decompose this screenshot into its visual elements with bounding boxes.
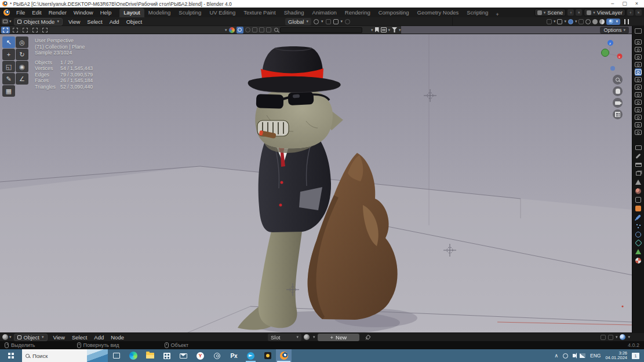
filter-active-icon[interactable] (237, 27, 243, 34)
outliner-render-toggle[interactable] (635, 76, 642, 83)
taskbar-search[interactable]: Поиск (22, 349, 108, 362)
node-overlay-icon-1[interactable] (601, 335, 606, 340)
measure-tool[interactable]: ∠ (16, 73, 28, 85)
tab-modifiers-icon[interactable] (634, 213, 643, 221)
overlays-icon[interactable] (568, 19, 573, 24)
mode-dropdown[interactable]: Object Mode ▾ (14, 18, 63, 25)
explorer-app[interactable] (141, 349, 158, 362)
add-workspace-button[interactable]: + (492, 11, 503, 17)
tab-compositing[interactable]: Compositing (374, 8, 413, 17)
menu-edit[interactable]: Edit (28, 8, 45, 17)
filter-collection-icon[interactable] (259, 27, 264, 32)
transform-orientation-dropdown[interactable]: Global ▾ (285, 18, 311, 25)
outliner-render-toggle[interactable] (635, 121, 642, 129)
outliner-render-toggle[interactable] (635, 106, 642, 114)
search-input[interactable] (280, 27, 362, 33)
tab-scripting[interactable]: Scripting (463, 8, 492, 17)
snap-magnet-icon[interactable] (326, 19, 331, 24)
close-button[interactable]: × (635, 1, 638, 6)
tab-physics-icon[interactable] (634, 230, 643, 239)
filter-render-icon[interactable] (266, 27, 271, 32)
scale-tool[interactable]: ◱ (2, 61, 15, 72)
pdf-app[interactable] (225, 349, 242, 362)
display-mode-caret[interactable]: ▾ (225, 28, 227, 32)
select-mode-subtract-icon[interactable] (21, 27, 30, 34)
telegram-app[interactable] (242, 349, 259, 362)
tab-material-icon[interactable] (634, 256, 643, 265)
viewport-menu-view[interactable]: View (65, 17, 83, 27)
filter-caret[interactable]: ▾ (371, 28, 373, 32)
language-indicator[interactable]: ENG (590, 353, 601, 359)
search-highlight-image[interactable] (87, 349, 108, 362)
zoom-button[interactable] (613, 75, 623, 85)
remove-viewlayer-button[interactable]: × (635, 9, 642, 16)
start-button[interactable] (0, 349, 22, 362)
node-menu-node[interactable]: Node (107, 332, 128, 342)
tab-data-icon[interactable] (634, 247, 643, 256)
tab-sculpting[interactable]: Sculpting (174, 8, 205, 17)
notification-button[interactable]: 1 (632, 353, 639, 359)
node-menu-add[interactable]: Add (90, 332, 107, 342)
material-browse-icon[interactable] (304, 334, 310, 340)
tab-particles-icon[interactable] (634, 221, 643, 230)
tab-render-icon[interactable] (634, 152, 643, 160)
viewport-menu-add[interactable]: Add (106, 17, 123, 27)
object-visibility-filter-icon[interactable] (547, 19, 552, 24)
volume-icon[interactable] (573, 354, 575, 357)
tab-shading[interactable]: Shading (280, 8, 308, 17)
tray-app-icon[interactable] (563, 353, 568, 359)
yandex-app[interactable] (192, 349, 209, 362)
tab-tool-icon[interactable] (634, 143, 643, 152)
shading-rendered-active[interactable]: ▾ (606, 19, 620, 25)
shading-material-icon[interactable] (599, 19, 605, 24)
proportional-editing-icon[interactable] (345, 19, 350, 24)
filter-funnel-icon[interactable] (392, 27, 397, 32)
tab-geometry-nodes[interactable]: Geometry Nodes (413, 8, 463, 17)
viewlayer-selector[interactable]: ▾ ViewLayer (584, 9, 625, 16)
snap-target-icon[interactable] (333, 19, 339, 24)
new-viewlayer-button[interactable]: ＋ (627, 9, 634, 16)
people-app[interactable] (209, 349, 225, 362)
shading-wireframe-icon[interactable] (585, 19, 591, 24)
edge-app[interactable] (125, 349, 141, 362)
tray-expand-icon[interactable]: ∧ (554, 353, 558, 359)
outliner-render-toggle-active[interactable] (635, 68, 642, 76)
tab-world-icon[interactable] (634, 187, 643, 195)
outliner-render-toggle[interactable] (635, 98, 642, 106)
shader-mode-dropdown[interactable]: Object ▾ (14, 334, 48, 341)
viewport-menu-select[interactable]: Select (83, 17, 105, 27)
menu-window[interactable]: Window (70, 8, 97, 17)
tab-object-icon[interactable] (634, 204, 643, 213)
pin-icon[interactable] (364, 334, 370, 340)
outliner-render-toggle[interactable] (635, 91, 642, 98)
viewport-menu-object[interactable]: Object (123, 17, 145, 27)
show-gizmo-icon[interactable] (557, 19, 562, 24)
properties-editor-icon[interactable] (635, 28, 642, 34)
maximize-button[interactable]: ▢ (622, 1, 627, 6)
options-dropdown[interactable]: Options ▾ (600, 27, 629, 34)
task-view-button[interactable] (108, 349, 125, 362)
outliner-render-toggle[interactable] (635, 129, 642, 136)
select-mode-extend-icon[interactable] (11, 27, 20, 34)
axis-y[interactable] (602, 49, 609, 57)
blender-taskbar-app[interactable] (276, 349, 292, 362)
filter-data-icon[interactable] (252, 27, 257, 32)
select-box-tool[interactable]: ↖ (2, 36, 15, 48)
slot-dropdown[interactable]: Slot ▾ (268, 334, 301, 341)
outliner-render-toggle[interactable] (635, 61, 642, 68)
filter-sphere-icon[interactable] (245, 27, 250, 32)
mail-app[interactable] (175, 349, 192, 362)
menu-file[interactable]: File (13, 8, 28, 17)
scene-selector[interactable]: ▾ Scene (534, 9, 566, 16)
rotate-tool[interactable]: ↻ (16, 49, 28, 60)
select-mode-intersect-icon[interactable] (41, 27, 49, 34)
node-snap-icon[interactable] (608, 335, 613, 340)
network-icon[interactable] (580, 353, 585, 358)
select-mode-invert-icon[interactable] (31, 27, 39, 34)
tab-constraints-icon[interactable] (634, 239, 643, 247)
outliner-render-toggle[interactable] (635, 83, 642, 91)
shading-solid-icon[interactable] (592, 19, 598, 24)
xray-toggle-icon[interactable] (578, 19, 584, 24)
outliner-render-toggle[interactable] (635, 53, 642, 61)
node-menu-view[interactable]: View (50, 332, 68, 342)
